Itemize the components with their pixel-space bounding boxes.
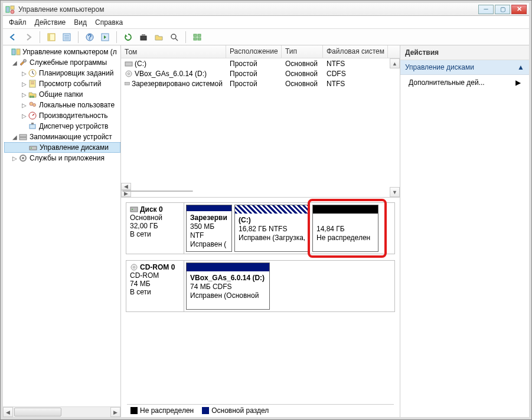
expand-icon[interactable]: ▷ bbox=[21, 91, 28, 98]
actions-more[interactable]: Дополнительные дей... ▶ bbox=[400, 75, 529, 90]
tree-task-scheduler[interactable]: Планировщик заданий bbox=[39, 69, 113, 77]
svg-point-29 bbox=[30, 96, 32, 98]
tree-performance[interactable]: Производительность bbox=[39, 111, 107, 120]
clock-icon bbox=[28, 68, 37, 78]
svg-line-15 bbox=[175, 38, 178, 41]
disk-info[interactable]: CD-ROM 0 CD-ROM 74 МБ В сети bbox=[126, 261, 184, 311]
disk-info[interactable]: Диск 0 Основной 32,00 ГБ В сети bbox=[126, 203, 184, 254]
help-button[interactable]: ? bbox=[83, 31, 96, 44]
disk-row: Диск 0 Основной 32,00 ГБ В сети Зарезерв… bbox=[126, 202, 395, 254]
expand-icon[interactable]: ▷ bbox=[21, 102, 28, 109]
properties-button[interactable] bbox=[60, 31, 73, 44]
vscroll-up[interactable]: ▲ bbox=[390, 58, 400, 68]
actions-pane: Действия Управление дисками ▲ Дополнител… bbox=[400, 45, 529, 417]
toolbar: ? bbox=[3, 29, 529, 45]
partition-c[interactable]: (C:)16,82 ГБ NTFSИсправен (Загрузка, bbox=[234, 205, 310, 252]
volume-icon bbox=[125, 80, 130, 88]
refresh-button[interactable] bbox=[122, 31, 135, 44]
partition-unallocated[interactable]: 14,84 ГБНе распределен bbox=[312, 205, 378, 252]
maximize-button[interactable]: ▢ bbox=[495, 5, 510, 14]
minimize-button[interactable]: ─ bbox=[478, 5, 494, 14]
volume-row[interactable]: (C:) Простой Основной NTFS bbox=[121, 58, 400, 68]
collapse-icon[interactable]: ◢ bbox=[11, 60, 18, 66]
users-icon bbox=[28, 100, 37, 110]
svg-text:?: ? bbox=[87, 33, 92, 41]
window-title: Управление компьютером bbox=[18, 5, 478, 14]
tree-shared-folders[interactable]: Общие папки bbox=[39, 90, 83, 99]
show-hide-tree-button[interactable] bbox=[45, 31, 58, 44]
actions-section[interactable]: Управление дисками ▲ bbox=[400, 60, 529, 75]
svg-point-50 bbox=[133, 267, 135, 268]
tree-hscrollbar[interactable]: ◀ ▶ bbox=[3, 406, 120, 417]
tree-device-manager[interactable]: Диспетчер устройств bbox=[39, 122, 108, 130]
tree-system-tools[interactable]: Служебные программы bbox=[30, 58, 107, 67]
tree-services[interactable]: Службы и приложения bbox=[30, 154, 105, 162]
cdrom-icon bbox=[130, 263, 138, 271]
event-icon bbox=[28, 79, 37, 88]
svg-rect-0 bbox=[6, 6, 9, 12]
menu-help[interactable]: Справка bbox=[95, 18, 123, 27]
svg-rect-38 bbox=[19, 137, 27, 140]
svg-rect-35 bbox=[30, 124, 35, 129]
expand-icon[interactable]: ▷ bbox=[21, 81, 28, 87]
volume-list-header: Том Расположение Тип Файловая систем bbox=[121, 45, 400, 58]
tree-event-viewer[interactable]: Просмотр событий bbox=[39, 80, 101, 88]
chevron-right-icon: ▶ bbox=[515, 78, 521, 87]
partition-system-reserved[interactable]: Зарезерви350 МБ NTFИсправен ( bbox=[186, 205, 232, 252]
open-icon[interactable] bbox=[152, 31, 165, 44]
expand-icon[interactable]: ▷ bbox=[21, 113, 28, 119]
action-list-button[interactable] bbox=[99, 31, 112, 44]
volume-row[interactable]: Зарезервировано системой Простой Основно… bbox=[121, 78, 400, 88]
tree-local-users[interactable]: Локальные пользовате bbox=[39, 101, 115, 109]
svg-rect-46 bbox=[125, 82, 130, 84]
svg-point-40 bbox=[31, 147, 32, 149]
menu-file[interactable]: Файл bbox=[9, 18, 27, 27]
svg-rect-21 bbox=[17, 49, 20, 55]
volume-list: Том Расположение Тип Файловая систем (C:… bbox=[121, 45, 400, 198]
svg-rect-16 bbox=[194, 34, 197, 37]
menubar: Файл Действие Вид Справка bbox=[3, 16, 529, 29]
forward-button[interactable] bbox=[22, 31, 35, 44]
disk-mgmt-icon bbox=[28, 143, 38, 152]
actions-header: Действия bbox=[400, 45, 529, 60]
svg-rect-43 bbox=[125, 62, 132, 66]
svg-rect-37 bbox=[19, 134, 27, 137]
menu-action[interactable]: Действие bbox=[35, 18, 66, 27]
tree-storage[interactable]: Запоминающие устройст bbox=[30, 133, 112, 141]
tree-root[interactable]: Управление компьютером (л bbox=[22, 48, 117, 56]
svg-rect-13 bbox=[142, 34, 145, 36]
tools-icon bbox=[18, 58, 28, 67]
view-mode-button[interactable] bbox=[191, 31, 204, 44]
services-icon bbox=[18, 153, 28, 163]
col-fs[interactable]: Файловая систем bbox=[323, 45, 388, 58]
find-icon[interactable] bbox=[168, 31, 181, 44]
svg-rect-39 bbox=[30, 146, 37, 150]
menu-view[interactable]: Вид bbox=[74, 18, 87, 27]
collapse-icon[interactable]: ▲ bbox=[517, 63, 524, 71]
expand-icon[interactable]: ▷ bbox=[21, 70, 28, 77]
tree-pane: Управление компьютером (л ◢Служебные про… bbox=[3, 45, 121, 417]
settings-icon[interactable] bbox=[137, 31, 150, 44]
collapse-icon[interactable]: ◢ bbox=[11, 134, 18, 140]
svg-rect-17 bbox=[198, 34, 201, 37]
expand-icon[interactable]: ▷ bbox=[11, 155, 18, 162]
volume-row[interactable]: VBox_GAs_6.0.14 (D:) Простой Основной CD… bbox=[121, 68, 400, 78]
volume-hscrollbar[interactable]: ◀ ▶ bbox=[121, 183, 390, 197]
close-button[interactable]: ✕ bbox=[511, 5, 527, 14]
legend-swatch-unallocated bbox=[130, 407, 138, 414]
disk-graphical-view: Диск 0 Основной 32,00 ГБ В сети Зарезерв… bbox=[121, 198, 400, 417]
shared-folder-icon bbox=[28, 90, 37, 99]
svg-rect-19 bbox=[198, 38, 201, 40]
partition-d[interactable]: VBox_GAs_6.0.14 (D:)74 МБ CDFSИсправен (… bbox=[186, 262, 270, 310]
col-layout[interactable]: Расположение bbox=[226, 45, 282, 58]
vscroll-down[interactable]: ▼ bbox=[390, 187, 400, 197]
svg-rect-47 bbox=[130, 207, 138, 212]
back-button[interactable] bbox=[6, 31, 19, 44]
col-volume[interactable]: Том bbox=[121, 45, 226, 58]
tree-disk-management[interactable]: Управление дисками bbox=[40, 143, 109, 152]
col-type[interactable]: Тип bbox=[282, 45, 323, 58]
storage-icon bbox=[18, 132, 28, 142]
computer-icon bbox=[11, 47, 21, 57]
legend-swatch-primary bbox=[202, 407, 209, 414]
cd-icon bbox=[125, 70, 133, 78]
